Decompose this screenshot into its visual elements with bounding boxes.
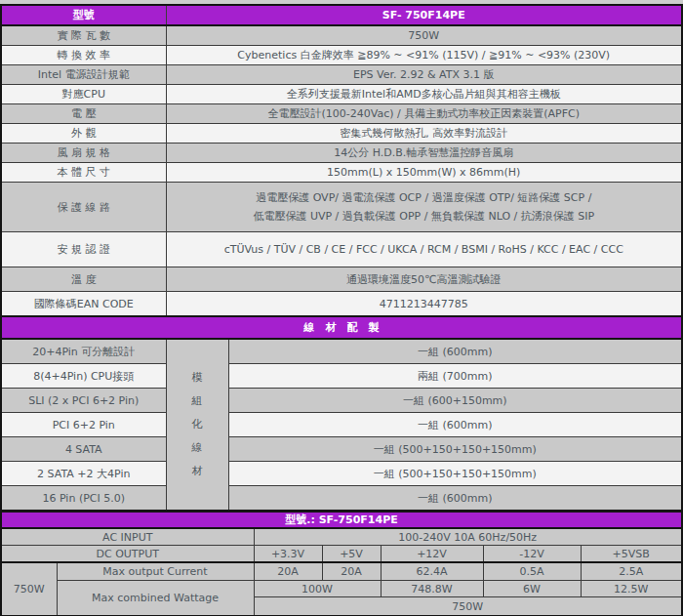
current-neg12v: 0.5A: [483, 562, 581, 581]
spec-header-label: 型號: [1, 5, 166, 25]
wattage-12v: 748.8W: [381, 581, 483, 597]
dc-output-row: DC OUTPUT +3.3V +5V +12V -12V +5VSB: [1, 546, 682, 563]
current-12v: 62.4A: [381, 562, 483, 581]
cable-label: 8(4+4Pin) CPU接頭: [1, 364, 166, 389]
spec-value: cTÜVus / TÜV / CB / CE / FCC / UKCA / RC…: [166, 232, 682, 267]
spec-value: 14公分 H.D.B.軸承智慧溫控靜音風扇: [166, 144, 682, 163]
max-current-row: 750W Max output Current 20A 20A 62.4A 0.…: [1, 562, 682, 581]
spec-value: 全系列支援最新Intel和AMD多核心晶片組與其相容主機板: [166, 85, 682, 104]
ac-input-label: AC INPUT: [1, 528, 254, 546]
output-table: 型號.: SF-750F14PE AC INPUT 100-240V 10A 6…: [0, 511, 683, 616]
spec-row-temperature: 溫 度 通過環境溫度50℃高溫測試驗證: [1, 267, 682, 292]
spec-row-certifications: 安 規 認 證 cTÜVus / TÜV / CB / CE / FCC / U…: [1, 232, 682, 267]
output-header-row: 型號.: SF-750F14PE: [1, 512, 682, 528]
modular-cable-label: 模組化線材: [166, 339, 228, 511]
cable-section-header-row: 線 材 配 製: [1, 316, 682, 339]
spec-label: 本 體 尺 寸: [1, 163, 166, 183]
spec-label: 溫 度: [1, 267, 166, 292]
spec-label: 安 規 認 證: [1, 232, 166, 267]
current-5v: 20A: [322, 562, 381, 581]
spec-row-dimensions: 本 體 尺 寸 150mm(L) x 150mm(W) x 86mm(H): [1, 163, 682, 183]
spec-label: 實 際 瓦 數: [1, 25, 166, 46]
model-number: SF- 750F14PE: [166, 5, 682, 25]
spec-value: 150mm(L) x 150mm(W) x 86mm(H): [166, 163, 682, 183]
cable-value: 兩組 (700mm): [228, 364, 682, 389]
spec-value: 4711213447785: [166, 292, 682, 317]
cable-value: 一組 (600mm): [228, 486, 682, 512]
spec-value: 過電壓保護 OVP/ 過電流保護 OCP / 過溫度保護 OTP/ 短路保護 S…: [166, 183, 682, 232]
max-current-label: Max output Current: [57, 562, 254, 581]
spec-label: 外 觀: [1, 124, 166, 144]
cable-label: 20+4Pin 可分離設計: [1, 339, 166, 364]
spec-label: 轉 換 效 率: [1, 46, 166, 65]
spec-value: Cybenetics 白金牌效率 ≧89% ~ <91% (115V) / ≧9…: [166, 46, 682, 65]
spec-label: 風 扇 規 格: [1, 144, 166, 163]
spec-label: 對應CPU: [1, 85, 166, 104]
spec-value: 密集式幾何散熱孔, 高效率對流設計: [166, 124, 682, 144]
cable-value: 一組 (600+150mm): [228, 389, 682, 413]
spec-label: 國際條碼EAN CODE: [1, 292, 166, 317]
spec-row-efficiency: 轉 換 效 率 Cybenetics 白金牌效率 ≧89% ~ <91% (11…: [1, 46, 682, 65]
spec-label: 電 壓: [1, 104, 166, 124]
cable-label: PCI 6+2 Pin: [1, 413, 166, 437]
wattage-5vsb: 12.5W: [581, 581, 682, 597]
spec-row-cpu: 對應CPU 全系列支援最新Intel和AMD多核心晶片組與其相容主機板: [1, 85, 682, 104]
wattage-neg12v: 6W: [483, 581, 581, 597]
current-3v3: 20A: [254, 562, 322, 581]
cable-value: 一組 (500+150+150+150mm): [228, 462, 682, 486]
cable-value: 一組 (600mm): [228, 339, 682, 364]
max-wattage-label: Max combined Wattage: [57, 581, 254, 616]
cable-row-sata-molex: 2 SATA +2 大4Pin 一組 (500+150+150+150mm): [1, 462, 682, 486]
spec-row-intel-spec: Intel 電源設計規範 EPS Ver. 2.92 & ATX 3.1 版: [1, 65, 682, 85]
rail-5vsb: +5VSB: [581, 546, 682, 563]
cable-row-atx: 20+4Pin 可分離設計 模組化線材 一組 (600mm): [1, 339, 682, 364]
spec-row-voltage: 電 壓 全電壓設計(100-240Vac) / 具備主動式功率校正因素裝置(AP…: [1, 104, 682, 124]
spec-row-appearance: 外 觀 密集式幾何散熱孔, 高效率對流設計: [1, 124, 682, 144]
cable-label: 2 SATA +2 大4Pin: [1, 462, 166, 486]
rail-3v3: +3.3V: [254, 546, 322, 563]
spec-row-fan: 風 扇 規 格 14公分 H.D.B.軸承智慧溫控靜音風扇: [1, 144, 682, 163]
cable-row-cpu: 8(4+4Pin) CPU接頭 兩組 (700mm): [1, 364, 682, 389]
dc-output-label: DC OUTPUT: [1, 546, 254, 563]
spec-value: 通過環境溫度50℃高溫測試驗證: [166, 267, 682, 292]
current-5vsb: 2.5A: [581, 562, 682, 581]
ac-input-value: 100-240V 10A 60Hz/50Hz: [254, 528, 682, 546]
rail-12v: +12V: [381, 546, 483, 563]
cable-label: SLI (2 x PCI 6+2 Pin): [1, 389, 166, 413]
cable-row-pci: PCI 6+2 Pin 一組 (600mm): [1, 413, 682, 437]
combined-wattage-row: Max combined Wattage 100W 748.8W 6W 12.5…: [1, 581, 682, 597]
cable-row-sli: SLI (2 x PCI 6+2 Pin) 一組 (600+150mm): [1, 389, 682, 413]
wattage-3v3-5v: 100W: [254, 581, 381, 597]
spec-row-ean: 國際條碼EAN CODE 4711213447785: [1, 292, 682, 317]
rail-neg12v: -12V: [483, 546, 581, 563]
cable-value: 一組 (600mm): [228, 413, 682, 437]
rail-5v: +5V: [322, 546, 381, 563]
spec-value: 全電壓設計(100-240Vac) / 具備主動式功率校正因素裝置(APFC): [166, 104, 682, 124]
cable-value: 一組 (500+150+150+150mm): [228, 437, 682, 462]
cable-row-16pin: 16 Pin (PCI 5.0) 一組 (600mm): [1, 486, 682, 512]
combined-total: 750W: [254, 597, 682, 616]
spec-value: EPS Ver. 2.92 & ATX 3.1 版: [166, 65, 682, 85]
spec-table: 型號 SF- 750F14PE 實 際 瓦 數 750W 轉 換 效 率 Cyb…: [0, 4, 683, 512]
cable-label: 4 SATA: [1, 437, 166, 462]
cable-row-sata: 4 SATA 一組 (500+150+150+150mm): [1, 437, 682, 462]
spec-header-row: 型號 SF- 750F14PE: [1, 5, 682, 25]
total-wattage: 750W: [1, 562, 57, 616]
output-table-title: 型號.: SF-750F14PE: [1, 512, 682, 528]
spec-value: 750W: [166, 25, 682, 46]
spec-row-protections: 保 護 線 路 過電壓保護 OVP/ 過電流保護 OCP / 過溫度保護 OTP…: [1, 183, 682, 232]
spec-label: 保 護 線 路: [1, 183, 166, 232]
spec-row-wattage: 實 際 瓦 數 750W: [1, 25, 682, 46]
cable-section-title: 線 材 配 製: [1, 316, 682, 339]
cable-label: 16 Pin (PCI 5.0): [1, 486, 166, 512]
ac-input-row: AC INPUT 100-240V 10A 60Hz/50Hz: [1, 528, 682, 546]
spec-label: Intel 電源設計規範: [1, 65, 166, 85]
